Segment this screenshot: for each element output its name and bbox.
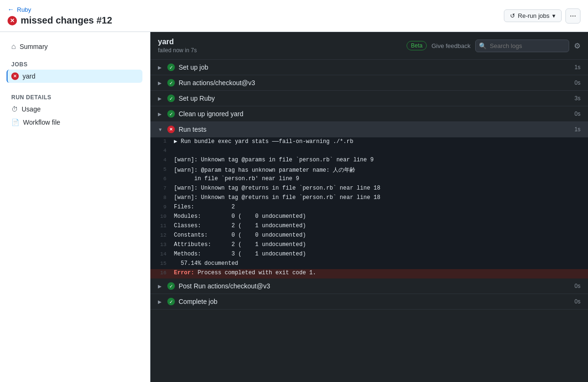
- chevron-right-icon: ▶: [158, 96, 164, 101]
- top-header: ← Ruby ✕ missed changes #12 ↺ Re-run job…: [0, 0, 588, 32]
- step-check-icon: ✓: [167, 298, 175, 305]
- line-content: Modules: 0 ( 0 undocumented): [174, 213, 314, 220]
- line-content: in file `person.rb' near line 9: [174, 175, 306, 182]
- title-text: missed changes #12: [21, 15, 112, 26]
- log-line: 11 Classes: 2 ( 1 undocumented): [150, 222, 588, 231]
- rerun-icon: ↺: [510, 12, 515, 19]
- job-error-icon: ✕: [11, 72, 19, 80]
- step-time: 1s: [574, 64, 580, 71]
- line-content: [warn]: @param tag has unknown parameter…: [174, 166, 363, 174]
- line-number: 11: [150, 223, 174, 229]
- line-content: Constants: 0 ( 0 undocumented): [174, 232, 314, 239]
- line-content: Classes: 2 ( 1 undocumented): [174, 223, 314, 229]
- line-number: 14: [150, 251, 174, 257]
- step-left: ▶ ✓ Set up job: [158, 64, 208, 71]
- clock-icon: ⏱: [11, 105, 18, 113]
- step-name: Set up job: [179, 64, 208, 71]
- step-left: ▶ ✓ Complete job: [158, 298, 218, 305]
- home-icon: ⌂: [11, 42, 16, 51]
- step-time: 0s: [574, 80, 580, 86]
- page-title: ✕ missed changes #12: [8, 15, 112, 26]
- line-number: 4: [150, 157, 174, 163]
- line-content: [warn]: Unknown tag @returns in file `pe…: [174, 185, 388, 191]
- sidebar-item-usage[interactable]: ⏱ Usage: [8, 103, 142, 116]
- title-error-icon: ✕: [8, 16, 17, 25]
- step-left: ▶ ✓ Set up Ruby: [158, 95, 215, 102]
- more-options-button[interactable]: ···: [565, 8, 580, 24]
- line-number: 1: [150, 138, 174, 144]
- back-link[interactable]: ← Ruby: [8, 6, 112, 13]
- line-content: [warn]: Unknown tag @returns in file `pe…: [174, 194, 388, 201]
- step-time: 0s: [574, 111, 580, 117]
- chevron-down-icon: ▼: [158, 127, 164, 132]
- step-left: ▶ ✓ Clean up ignored yard: [158, 110, 243, 118]
- sidebar-summary-section: ⌂ Summary: [0, 40, 150, 54]
- rerun-label: Re-run jobs: [518, 12, 549, 19]
- line-number: 12: [150, 232, 174, 238]
- log-line-error: 16 Error: Process completed with exit co…: [150, 269, 588, 279]
- jobs-section-label: Jobs: [8, 57, 142, 70]
- log-line: 9 Files: 2: [150, 203, 588, 213]
- log-line: 15 57.14% documented: [150, 260, 588, 269]
- sidebar-item-summary[interactable]: ⌂ Summary: [8, 40, 142, 54]
- chevron-right-icon: ▶: [158, 111, 164, 117]
- sidebar-item-yard[interactable]: ✕ yard: [7, 70, 142, 83]
- settings-icon-button[interactable]: ⚙: [574, 41, 580, 50]
- rerun-chevron-icon: ▾: [552, 12, 556, 19]
- line-content: Methods: 3 ( 1 undocumented): [174, 251, 314, 257]
- step-time: 0s: [574, 283, 580, 289]
- line-content: Attributes: 2 ( 1 undocumented): [174, 241, 314, 248]
- step-complete-job[interactable]: ▶ ✓ Complete job 0s: [150, 294, 588, 310]
- step-check-icon: ✓: [167, 64, 175, 71]
- line-content: ▶ Run bundle exec yard stats ——fail-on-w…: [174, 138, 361, 145]
- line-number: 10: [150, 213, 174, 219]
- line-number: 13: [150, 241, 174, 247]
- sidebar: ⌂ Summary Jobs ✕ yard Run details ⏱ Usag…: [0, 32, 150, 382]
- step-time: 3s: [574, 95, 580, 102]
- search-logs-input[interactable]: [475, 40, 569, 52]
- line-content: Files: 2: [174, 204, 243, 210]
- yard-title-area: yard failed now in 7s: [158, 38, 197, 54]
- step-name: Run tests: [179, 126, 206, 133]
- sidebar-item-workflow-file[interactable]: 📄 Workflow file: [8, 116, 142, 129]
- line-content: [warn]: Unknown tag @params in file `per…: [174, 157, 381, 163]
- step-error-icon: ✕: [167, 126, 175, 133]
- step-check-icon: ✓: [167, 79, 175, 87]
- job-yard-label: yard: [23, 72, 35, 80]
- step-post-run[interactable]: ▶ ✓ Post Run actions/checkout@v3 0s: [150, 279, 588, 294]
- step-setup-job[interactable]: ▶ ✓ Set up job 1s: [150, 60, 588, 75]
- line-number: 7: [150, 185, 174, 191]
- search-icon: 🔍: [479, 42, 486, 49]
- main-layout: ⌂ Summary Jobs ✕ yard Run details ⏱ Usag…: [0, 32, 588, 382]
- log-line: 1 ▶ Run bundle exec yard stats ——fail-on…: [150, 137, 588, 147]
- line-number: 5: [150, 166, 174, 172]
- header-left: ← Ruby ✕ missed changes #12: [8, 6, 112, 26]
- log-line: 13 Attributes: 2 ( 1 undocumented): [150, 241, 588, 250]
- file-icon: 📄: [11, 119, 19, 126]
- step-left: ▶ ✓ Run actions/checkout@v3: [158, 79, 255, 87]
- step-run-checkout[interactable]: ▶ ✓ Run actions/checkout@v3 0s: [150, 75, 588, 91]
- step-name: Run actions/checkout@v3: [179, 79, 255, 87]
- search-wrapper: 🔍: [475, 40, 569, 52]
- log-line: 5 [warn]: @param tag has unknown paramet…: [150, 166, 588, 175]
- chevron-right-icon: ▶: [158, 65, 164, 70]
- step-name: Post Run actions/checkout@v3: [179, 282, 270, 290]
- chevron-right-icon: ▶: [158, 80, 164, 86]
- line-content: Error: Process completed with exit code …: [174, 270, 323, 276]
- line-number: 6: [150, 175, 174, 182]
- chevron-right-icon: ▶: [158, 284, 164, 289]
- rerun-jobs-button[interactable]: ↺ Re-run jobs ▾: [504, 9, 562, 22]
- gear-icon: ⚙: [574, 41, 580, 50]
- yard-controls: Beta Give feedback 🔍 ⚙: [407, 40, 580, 52]
- give-feedback-link[interactable]: Give feedback: [431, 42, 470, 49]
- usage-label: Usage: [22, 105, 40, 113]
- step-name: Clean up ignored yard: [179, 110, 243, 118]
- line-number: 8: [150, 194, 174, 200]
- log-line: 6 in file `person.rb' near line 9: [150, 175, 588, 184]
- log-line: 7 [warn]: Unknown tag @returns in file `…: [150, 184, 588, 194]
- step-run-tests[interactable]: ▼ ✕ Run tests 1s: [150, 122, 588, 137]
- step-cleanup-yard[interactable]: ▶ ✓ Clean up ignored yard 0s: [150, 106, 588, 122]
- content-area: yard failed now in 7s Beta Give feedback…: [150, 32, 588, 382]
- step-setup-ruby[interactable]: ▶ ✓ Set up Ruby 3s: [150, 91, 588, 106]
- yard-status: failed now in 7s: [158, 47, 197, 54]
